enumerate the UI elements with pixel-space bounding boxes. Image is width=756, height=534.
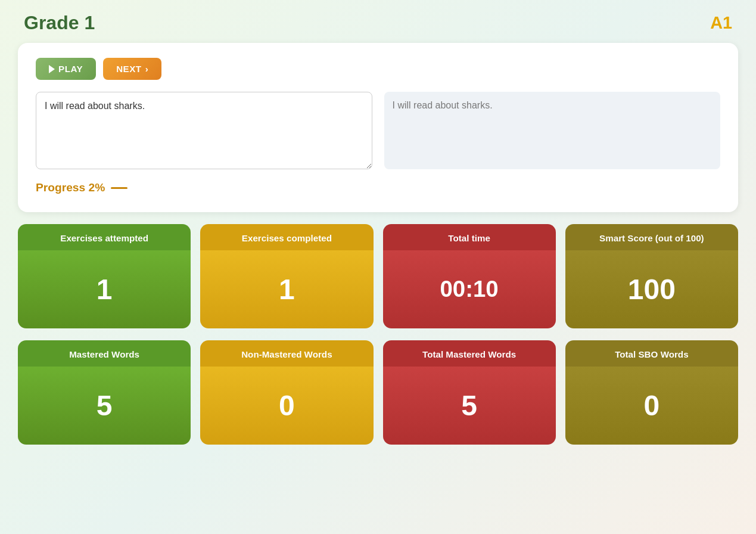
progress-label: Progress 2% bbox=[36, 181, 105, 194]
text-display: I will read about sharks. bbox=[384, 92, 721, 169]
stat-card-header-total-mastered-words: Total Mastered Words bbox=[383, 340, 556, 367]
grade-title: Grade 1 bbox=[24, 12, 95, 34]
next-button[interactable]: NEXT › bbox=[103, 58, 161, 80]
play-button[interactable]: PLAY bbox=[36, 58, 96, 80]
text-areas: I will read about sharks. bbox=[36, 92, 720, 169]
stat-card-mastered-words: Mastered Words5 bbox=[18, 340, 191, 445]
stat-card-non-mastered-words: Non-Mastered Words0 bbox=[200, 340, 373, 445]
text-input[interactable] bbox=[36, 92, 372, 169]
play-label: PLAY bbox=[58, 64, 83, 74]
stat-card-header-exercises-completed: Exercises completed bbox=[200, 224, 373, 250]
page-header: Grade 1 A1 bbox=[0, 0, 756, 43]
stat-card-header-total-time: Total time bbox=[383, 224, 556, 250]
stats-row-1: Exercises attempted1Exercises completed1… bbox=[18, 224, 738, 328]
stat-card-total-time: Total time00:10 bbox=[383, 224, 556, 328]
stat-card-smart-score: Smart Score (out of 100)100 bbox=[565, 224, 738, 328]
stat-card-total-sbo-words: Total SBO Words0 bbox=[565, 340, 738, 445]
main-card: PLAY NEXT › I will read about sharks. Pr… bbox=[18, 43, 738, 212]
stat-card-exercises-attempted: Exercises attempted1 bbox=[18, 224, 191, 328]
stat-card-value-smart-score: 100 bbox=[565, 250, 738, 328]
stat-card-header-smart-score: Smart Score (out of 100) bbox=[565, 224, 738, 250]
play-icon bbox=[49, 65, 55, 73]
progress-row: Progress 2% bbox=[36, 181, 720, 194]
stat-card-value-exercises-attempted: 1 bbox=[18, 250, 191, 328]
stat-card-header-total-sbo-words: Total SBO Words bbox=[565, 340, 738, 367]
progress-dash bbox=[111, 187, 127, 189]
button-row: PLAY NEXT › bbox=[36, 58, 720, 80]
stats-row-2: Mastered Words5Non-Mastered Words0Total … bbox=[18, 340, 738, 445]
level-badge: A1 bbox=[710, 13, 732, 33]
next-label: NEXT bbox=[116, 64, 142, 74]
stat-card-value-total-time: 00:10 bbox=[383, 250, 556, 328]
next-arrow-icon: › bbox=[145, 64, 149, 74]
stat-card-value-exercises-completed: 1 bbox=[200, 250, 373, 328]
stat-card-header-non-mastered-words: Non-Mastered Words bbox=[200, 340, 373, 367]
stat-card-header-exercises-attempted: Exercises attempted bbox=[18, 224, 191, 250]
stat-card-value-total-sbo-words: 0 bbox=[565, 367, 738, 445]
stat-card-value-non-mastered-words: 0 bbox=[200, 367, 373, 445]
stat-card-total-mastered-words: Total Mastered Words5 bbox=[383, 340, 556, 445]
stat-card-header-mastered-words: Mastered Words bbox=[18, 340, 191, 367]
stat-card-exercises-completed: Exercises completed1 bbox=[200, 224, 373, 328]
stat-card-value-total-mastered-words: 5 bbox=[383, 367, 556, 445]
stat-card-value-mastered-words: 5 bbox=[18, 367, 191, 445]
